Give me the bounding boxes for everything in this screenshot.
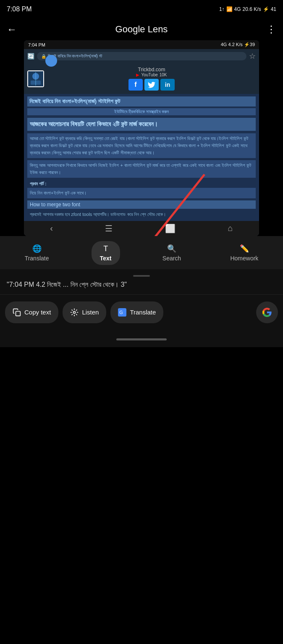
- browser-url[interactable]: 🔒 নিজেই বানিয়ে নিন বাংলা+ইংলিশ(মার্জ) স…: [37, 52, 246, 60]
- listen-button[interactable]: Listen: [63, 301, 106, 323]
- svg-text:G: G: [120, 310, 123, 315]
- google-g-icon: [262, 307, 272, 317]
- home-indicator-area: [0, 333, 283, 347]
- section-label: প্রথম পার্ট :: [27, 180, 256, 188]
- lock-icon: 🔒: [41, 54, 46, 59]
- tab-homework-label: Homework: [230, 255, 258, 262]
- listen-icon: [70, 308, 79, 317]
- highlight-title: নিজেই বানিয়ে নিন বাংলা+ইংলিশ(মার্জ) স্ট…: [27, 96, 256, 106]
- battery-level: 41: [271, 6, 276, 12]
- scroll-handle: [133, 275, 150, 277]
- battery-icon: ⚡: [263, 6, 269, 12]
- home-indicator: [116, 338, 167, 340]
- nav-tab-icon[interactable]: ⬜: [165, 223, 176, 234]
- refresh-icon[interactable]: 🔄: [27, 53, 34, 60]
- google-translate-icon: G: [118, 308, 126, 317]
- tab-search[interactable]: 🔍 Search: [156, 242, 188, 264]
- action-buttons-row: Copy text Listen G Translate: [0, 295, 283, 333]
- body-text-2: কিন্তু আজ আপনাদেরকে শিখাবো কিভাবে আপনি ন…: [27, 160, 256, 178]
- extracted-text-area: "7:04 PM 4.2 নিজেই ... নিন প্লে স্টোর থে…: [0, 269, 283, 295]
- top-bar: ← Google Lens ⋮: [0, 18, 283, 40]
- youtube-count: 10K: [160, 73, 167, 77]
- subscribe-line: ইউটিউবে ট্রিকবিডিকে সাবস্ক্রাইব করুন: [27, 108, 256, 115]
- status-bar: 7:08 PM 1↑ 📶 4G 20.6 K/s ⚡ 41: [0, 0, 283, 18]
- translate-label: Translate: [130, 309, 156, 316]
- bookmark-icon[interactable]: ☆: [249, 52, 256, 61]
- twitter-icon[interactable]: [144, 79, 159, 91]
- translate-button[interactable]: G Translate: [110, 301, 163, 323]
- homework-icon: ✏️: [240, 244, 249, 253]
- nav-back-icon[interactable]: ‹: [50, 223, 53, 233]
- site-logo-area: [27, 70, 44, 87]
- copy-text-button[interactable]: Copy text: [5, 301, 58, 323]
- more-options-button[interactable]: ⋮: [266, 23, 276, 35]
- phone-nav-bar: ‹ ☰ ⬜ ⌂: [24, 221, 259, 236]
- svg-point-7: [73, 311, 76, 313]
- inner-status-bar: 7:04 PM 4G 4.2 K/s ⚡39: [24, 40, 259, 49]
- tabs-container: 🌐 Translate T Text 🔍 Search ✏️ Homework: [0, 236, 283, 269]
- extracted-text: "7:04 PM 4.2 নিজেই ... নিন প্লে স্টোর থে…: [7, 281, 127, 288]
- status-icons: 1↑ 📶 4G 20.6 K/s ⚡ 41: [219, 6, 276, 12]
- tab-text[interactable]: T Text: [92, 241, 120, 265]
- youtube-label: YouTube: [141, 73, 157, 77]
- tab-text-label: Text: [100, 255, 112, 262]
- tab-search-label: Search: [162, 255, 181, 262]
- social-icons: f in: [47, 79, 256, 91]
- back-button[interactable]: ←: [7, 23, 17, 35]
- status-time: 7:08 PM: [7, 5, 32, 13]
- page-title: Google Lens: [115, 24, 168, 35]
- body-text-1: আমরা তো স্টাইলিশ ফন্ট ব্যবহার করি।কিন্তু…: [27, 133, 256, 158]
- inner-time: 7:04 PM: [28, 42, 45, 47]
- nav-menu-icon[interactable]: ☰: [105, 223, 113, 234]
- svg-rect-6: [16, 311, 21, 316]
- how-to-merge: How to merge two font: [27, 200, 256, 209]
- tab-translate-label: Translate: [25, 255, 49, 262]
- network-icon: 1↑: [219, 6, 225, 12]
- tab-homework[interactable]: ✏️ Homework: [223, 242, 265, 264]
- site-name: Trickbd.com: [47, 67, 256, 73]
- search-icon: 🔍: [167, 244, 176, 253]
- site-header: Trickbd.com ▶ YouTube 10K f in: [24, 63, 259, 94]
- inner-network: 4G 4.2 K/s ⚡39: [221, 42, 255, 47]
- text-icon: T: [103, 244, 108, 253]
- speed-indicator: 20.6 K/s: [243, 6, 261, 12]
- browser-bar: 🔄 🔒 নিজেই বানিয়ে নিন বাংলা+ইংলিশ(মার্জ)…: [24, 49, 259, 63]
- main-article-title: আজকের আলোচনার বিষয়টি হেলা কিভাবে ২টি ফন…: [27, 118, 256, 131]
- copy-icon: [13, 308, 21, 317]
- listen-label: Listen: [82, 309, 99, 316]
- screenshot-area: 7:04 PM 4G 4.2 K/s ⚡39 🔄 🔒 নিজেই বানিয়ে…: [24, 40, 259, 236]
- facebook-icon[interactable]: f: [128, 79, 143, 91]
- youtube-icon: ▶: [136, 73, 139, 77]
- copy-text-label: Copy text: [24, 309, 51, 316]
- section-sub: নিয়ে নিন বাংলা+ইংলিশ ফন্ট এক সাথে।: [27, 188, 256, 198]
- nav-home-icon[interactable]: ⌂: [228, 223, 233, 233]
- network-type: 4G: [234, 6, 241, 12]
- content-area: নিজেই বানিয়ে নিন বাংলা+ইংলিশ(মার্জ) স্ট…: [24, 94, 259, 221]
- tab-translate[interactable]: 🌐 Translate: [18, 242, 56, 264]
- linkedin-icon[interactable]: in: [160, 79, 175, 91]
- signal-icon: 📶: [226, 6, 233, 12]
- site-logo: [27, 70, 44, 87]
- translate-icon: 🌐: [32, 244, 42, 253]
- youtube-row: ▶ YouTube 10K: [47, 73, 256, 77]
- google-search-button[interactable]: [256, 301, 278, 323]
- bottom-text: প্রথমেই আপনার দরকার হবে zfont tools আ্যা…: [27, 210, 256, 218]
